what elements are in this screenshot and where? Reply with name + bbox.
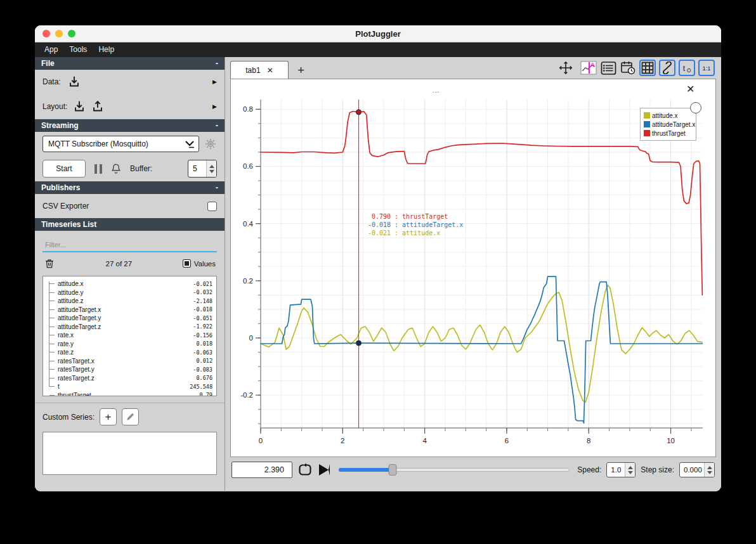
- minimize-window-button[interactable]: [55, 30, 63, 37]
- time-options-calendar-clock-icon[interactable]: [620, 60, 636, 76]
- timeseries-item[interactable]: thrustTarget0.79: [43, 391, 212, 397]
- spin-up-icon[interactable]: [209, 165, 214, 168]
- maximize-window-button[interactable]: [68, 30, 75, 37]
- csv-exporter-checkbox[interactable]: [207, 202, 217, 211]
- timeseries-filter-input[interactable]: Filter...: [42, 236, 217, 252]
- tree-branch: [49, 344, 55, 344]
- timeseries-item[interactable]: attitudeTarget.z-1.922: [43, 323, 212, 332]
- close-window-button[interactable]: [42, 30, 50, 37]
- menu-app[interactable]: App: [39, 42, 63, 57]
- plot-corner-handle[interactable]: [690, 102, 701, 113]
- menu-tools[interactable]: Tools: [63, 42, 93, 57]
- timeseries-value: -0.018: [193, 306, 212, 313]
- layout-import-icon[interactable]: [72, 100, 86, 113]
- timeseries-item[interactable]: t245.548: [43, 382, 212, 391]
- custom-series-row: Custom Series: +: [35, 403, 225, 431]
- plot-title[interactable]: ...: [433, 87, 440, 94]
- transport-bar: 2.390 Speed: 1.0 St: [225, 458, 721, 481]
- data-import-icon[interactable]: [67, 75, 81, 89]
- speed-spinbox[interactable]: 1.0: [606, 462, 635, 477]
- timeseries-list[interactable]: attitude.x-0.021attitude.y-0.032attitude…: [42, 276, 217, 396]
- timeseries-item[interactable]: rate.z-0.063: [43, 348, 212, 357]
- collapse-icon[interactable]: -: [216, 59, 218, 68]
- timeseries-item[interactable]: attitude.x-0.021: [43, 280, 212, 288]
- list-view-icon[interactable]: [600, 60, 616, 76]
- timeseries-name: rate.x: [58, 332, 193, 339]
- curve-tracker-icon[interactable]: A: [580, 60, 597, 76]
- tab-tab1[interactable]: tab1 ✕: [230, 61, 289, 79]
- timeseries-item[interactable]: attitude.y-0.032: [43, 288, 212, 297]
- custom-series-list[interactable]: [42, 432, 217, 475]
- timeseries-value: -0.032: [193, 289, 212, 295]
- ratio-1-1-icon[interactable]: 1:1: [698, 60, 715, 76]
- tree-branch: [49, 378, 55, 379]
- timeseries-name: thrustTarget: [58, 392, 200, 396]
- notifications-bell-icon[interactable]: [110, 162, 122, 175]
- legend-entry[interactable]: thrustTarget: [644, 129, 693, 138]
- timeline-slider[interactable]: [339, 463, 570, 476]
- edit-custom-series-pencil-icon[interactable]: [122, 408, 139, 425]
- timeseries-value: -0.051: [193, 315, 212, 321]
- chevron-down-icon: [185, 139, 195, 148]
- slider-handle[interactable]: [388, 464, 396, 476]
- timeseries-item[interactable]: rate.y0.018: [43, 340, 212, 349]
- timeseries-section-header[interactable]: Timeseries List: [35, 218, 225, 231]
- file-section-header[interactable]: File -: [35, 57, 225, 70]
- delete-trash-icon[interactable]: [44, 257, 55, 269]
- add-custom-series-button[interactable]: +: [100, 408, 117, 425]
- spin-down-icon[interactable]: [707, 471, 712, 474]
- spin-down-icon[interactable]: [209, 170, 214, 173]
- menu-help[interactable]: Help: [93, 42, 120, 57]
- start-button[interactable]: Start: [42, 160, 86, 178]
- window-title: PlotJuggler: [355, 29, 401, 39]
- collapse-icon[interactable]: -: [216, 121, 218, 130]
- timeseries-item[interactable]: ratesTarget.z0.676: [43, 374, 212, 383]
- step-size-spinbox[interactable]: 0.000: [679, 462, 715, 477]
- values-label: Values: [194, 260, 216, 268]
- grid-layout-icon[interactable]: [639, 60, 656, 76]
- timeseries-item[interactable]: attitude.z-2.148: [43, 297, 212, 306]
- tracker-line: 0.790 : thrustTarget: [363, 212, 463, 221]
- legend-entry[interactable]: attitude.x: [644, 111, 693, 120]
- spin-up-icon[interactable]: [628, 466, 633, 469]
- loop-playback-icon[interactable]: [297, 462, 313, 477]
- data-expand-arrow-icon[interactable]: ▶: [212, 79, 217, 85]
- buffer-spinbox[interactable]: 5: [188, 160, 217, 178]
- timeseries-item[interactable]: attitudeTarget.x-0.018: [43, 306, 212, 314]
- plot-canvas[interactable]: 0246810-0.200.20.40.60.8: [231, 79, 710, 458]
- plot-close-icon[interactable]: ✕: [686, 83, 694, 95]
- timeseries-item[interactable]: ratesTarget.x0.012: [43, 357, 212, 366]
- streaming-section-header[interactable]: Streaming -: [35, 119, 225, 132]
- time-offset-icon[interactable]: t O: [679, 60, 695, 76]
- timeseries-item[interactable]: ratesTarget.y-0.083: [43, 365, 212, 374]
- layout-expand-arrow-icon[interactable]: ▶: [212, 103, 217, 110]
- timeseries-section-title: Timeseries List: [41, 220, 96, 229]
- layout-label: Layout:: [42, 102, 67, 111]
- svg-text:1:1: 1:1: [702, 65, 710, 72]
- file-section-title: File: [41, 59, 55, 68]
- streaming-settings-gear-icon[interactable]: [204, 138, 217, 150]
- move-pan-icon[interactable]: [557, 60, 574, 76]
- timeseries-item[interactable]: attitudeTarget.y-0.051: [43, 314, 212, 323]
- pause-icon[interactable]: [94, 164, 102, 174]
- plot-legend[interactable]: attitude.xattitudeTarget.xthrustTarget: [640, 108, 696, 141]
- publishers-section-header[interactable]: Publishers -: [35, 181, 225, 194]
- current-time-field[interactable]: 2.390: [231, 462, 292, 478]
- layout-export-icon[interactable]: [91, 100, 105, 113]
- spin-down-icon[interactable]: [628, 471, 633, 474]
- add-tab-button[interactable]: +: [297, 64, 304, 76]
- play-button[interactable]: [319, 464, 330, 476]
- legend-entry[interactable]: attitudeTarget.x: [644, 120, 693, 129]
- svg-text:A: A: [590, 62, 595, 68]
- data-label: Data:: [42, 77, 61, 86]
- svg-text:0.2: 0.2: [243, 277, 253, 285]
- tree-branch: [49, 318, 55, 318]
- timeseries-name: rate.z: [58, 349, 193, 356]
- timeseries-item[interactable]: rate.x-0.156: [43, 331, 212, 340]
- streaming-source-select[interactable]: MQTT Subscriber (Mosquitto): [42, 136, 199, 152]
- collapse-icon[interactable]: -: [216, 183, 218, 192]
- tab-close-icon[interactable]: ✕: [267, 66, 273, 75]
- values-checkbox[interactable]: [183, 259, 191, 268]
- link-axes-icon[interactable]: [659, 60, 675, 76]
- spin-up-icon[interactable]: [707, 466, 712, 469]
